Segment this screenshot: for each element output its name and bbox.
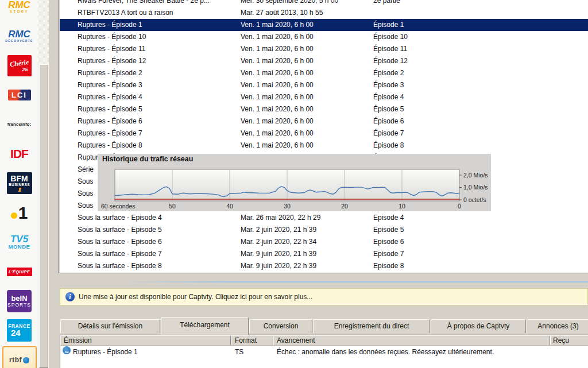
- list-item-c2: Ven. 1 mai 2020, 6 h 00: [241, 79, 314, 91]
- sidebar-channel-france-24[interactable]: FRANCE24: [0, 316, 38, 345]
- list-item-c1: Ruptures - Épisode 7: [78, 127, 142, 140]
- rmc-decouverte-logo-icon: RMCDÉCOUVERTE: [5, 30, 33, 42]
- list-item[interactable]: Ruptures - Épisode 2Ven. 1 mai 2020, 6 h…: [60, 67, 588, 79]
- sidebar-channel-bein-sports[interactable]: beINSPORTS: [0, 286, 38, 316]
- list-item[interactable]: Ruptures - Épisode 7Ven. 1 mai 2020, 6 h…: [60, 127, 588, 140]
- list-item[interactable]: RTBFTV2013 A tort ou à raisonMar. 27 aoû…: [60, 7, 588, 19]
- svg-text:1,0 Mio/s: 1,0 Mio/s: [463, 184, 488, 191]
- rtbf-logo-icon: rtbf: [2, 346, 37, 368]
- list-item-c1: Sous la surface - Episode 4: [78, 212, 162, 224]
- download-row[interactable]: .be Ruptures - Épisode 1 TS Échec : anom…: [60, 346, 588, 358]
- list-item-c1: Ruptures - Épisode 8: [78, 140, 142, 152]
- list-item-c3: 2e partie: [373, 0, 400, 7]
- list-item[interactable]: Ruptures - Épisode 5Ven. 1 mai 2020, 6 h…: [60, 103, 588, 115]
- list-item[interactable]: Sous la surface - Episode 6Mar. 2 juin 2…: [60, 236, 588, 248]
- list-item[interactable]: Ruptures - Épisode 8Ven. 1 mai 2020, 6 h…: [60, 140, 588, 152]
- la-une-logo-icon: 1: [11, 203, 28, 223]
- tab-annonces[interactable]: Annonces (3): [527, 319, 588, 333]
- update-banner[interactable]: i Une mise à jour est disponible pour Ca…: [60, 288, 588, 305]
- list-item-c3: Episode 4: [373, 212, 404, 224]
- lequipe-logo-icon: L'ÉQUIPE: [7, 268, 32, 276]
- sidebar-channel-tv5-monde[interactable]: TV5MONDE: [0, 227, 38, 257]
- sidebar-channel-rmc-decouverte[interactable]: RMCDÉCOUVERTE: [0, 21, 38, 51]
- list-item[interactable]: Ruptures - Épisode 4Ven. 1 mai 2020, 6 h…: [60, 91, 588, 103]
- list-item-c1: Ruptures - Épisode 4: [78, 91, 142, 103]
- list-item-c1: Rivals Forever, The Sneaker Battle - 2e …: [78, 0, 210, 7]
- list-item[interactable]: Sous la surface - Episode 4Mar. 26 mai 2…: [60, 212, 588, 224]
- column-header-emission[interactable]: Émission: [64, 335, 92, 346]
- list-item-c2: Ven. 1 mai 2020, 6 h 00: [241, 127, 314, 140]
- svg-text:20: 20: [341, 203, 348, 210]
- list-item-c1: Série: [78, 164, 94, 176]
- list-item[interactable]: Sous la surface - Episode 5Mar. 2 juin 2…: [60, 224, 588, 236]
- list-item-c1: Sous la surface - Episode 5: [78, 224, 162, 236]
- list-item-c1: RTBFTV2013 A tort ou à raison: [78, 7, 173, 19]
- list-item-c1: Sous: [78, 200, 93, 212]
- sidebar-scrollbar-thumb[interactable]: [39, 64, 48, 368]
- idf1-logo-icon: IDF: [10, 147, 28, 161]
- svg-text:40: 40: [226, 203, 233, 210]
- channel-sidebar: RMCSTORY RMCDÉCOUVERTE Chérie25 LCI fran…: [0, 0, 38, 368]
- download-table-header: Émission Format Avancement Reçu: [60, 335, 588, 346]
- list-item-c3: Épisode 3: [373, 79, 404, 91]
- horizontal-splitter-highlight[interactable]: [123, 281, 588, 282]
- list-item-c3: Épisode 1: [373, 19, 404, 31]
- tab-enregistrement-direct[interactable]: Enregistrement du direct: [313, 319, 430, 333]
- column-header-avancement[interactable]: Avancement: [277, 335, 315, 346]
- list-item[interactable]: Sous la surface - Episode 7Mar. 9 juin 2…: [60, 248, 588, 260]
- list-item-c2: Mer. 30 septembre 2020, 5 h 00: [241, 0, 338, 7]
- list-item-c1: Ruptures - Épisode 2: [78, 67, 142, 79]
- svg-text:30: 30: [284, 203, 291, 210]
- sidebar-channel-lci[interactable]: LCI: [0, 80, 38, 110]
- list-item[interactable]: Rivals Forever, The Sneaker Battle - 2e …: [60, 0, 588, 7]
- sidebar-channel-rtbf-selected[interactable]: rtbf: [0, 346, 38, 368]
- list-item[interactable]: Ruptures - Épisode 6Ven. 1 mai 2020, 6 h…: [60, 115, 588, 127]
- list-item-c3: Episode 8: [373, 260, 404, 272]
- sidebar-scrollbar-track[interactable]: [38, 0, 49, 368]
- list-left-border: [59, 0, 59, 273]
- column-separator[interactable]: [273, 336, 274, 345]
- list-item[interactable]: Ruptures - Épisode 3Ven. 1 mai 2020, 6 h…: [60, 79, 588, 91]
- list-item-c1: Ruptures - Épisode 10: [78, 31, 146, 43]
- cherie-25-logo-icon: Chérie25: [7, 55, 32, 76]
- captvty-window: RMCSTORY RMCDÉCOUVERTE Chérie25 LCI fran…: [0, 0, 588, 368]
- sidebar-channel-lequipe[interactable]: L'ÉQUIPE: [0, 257, 38, 286]
- sidebar-channel-la-une[interactable]: 1: [0, 198, 38, 227]
- tab-details-emission[interactable]: Détails sur l'émission: [60, 319, 160, 333]
- sidebar-channel-bfm-business[interactable]: BFMBUSINESS: [0, 169, 38, 198]
- list-item-c1: Sous la surface - Episode 6: [78, 236, 162, 248]
- column-header-recu[interactable]: Reçu: [553, 335, 569, 346]
- sidebar-channel-idf1[interactable]: IDF: [0, 139, 38, 168]
- list-item-c1: Sous: [78, 188, 93, 200]
- france-24-logo-icon: FRANCE24: [7, 319, 32, 342]
- bein-sports-logo-icon: beINSPORTS: [7, 290, 32, 312]
- svg-text:50: 50: [169, 203, 176, 210]
- svg-text:60 secondes: 60 secondes: [101, 203, 136, 210]
- list-item-c3: Épisode 12: [373, 55, 408, 67]
- download-row-avancement: Échec : anomalie dans les données reçues…: [277, 346, 494, 358]
- list-item-c1: Ruptures - Épisode 1: [78, 19, 142, 31]
- list-item-c2: Ven. 1 mai 2020, 6 h 00: [241, 103, 314, 115]
- list-item-c3: Épisode 4: [373, 91, 404, 103]
- tab-a-propos[interactable]: À propos de Captvty: [431, 319, 526, 333]
- column-header-format[interactable]: Format: [235, 335, 257, 346]
- episode-list: Rivals Forever, The Sneaker Battle - 2e …: [60, 0, 588, 273]
- list-item[interactable]: Ruptures - Épisode 1Ven. 1 mai 2020, 6 h…: [60, 19, 588, 31]
- column-separator[interactable]: [230, 336, 231, 345]
- sidebar-channel-rmc-story[interactable]: RMCSTORY: [0, 0, 38, 21]
- tab-conversion[interactable]: Conversion: [249, 319, 312, 333]
- list-item-c2: Mar. 9 juin 2020, 22 h 39: [241, 260, 316, 272]
- sidebar-channel-franceinfo[interactable]: franceinfo:: [0, 110, 38, 139]
- list-item[interactable]: Ruptures - Épisode 11Ven. 1 mai 2020, 6 …: [60, 43, 588, 55]
- sidebar-channel-cherie-25[interactable]: Chérie25: [0, 51, 38, 80]
- list-item-c2: Ven. 1 mai 2020, 6 h 00: [241, 91, 314, 103]
- list-item-c3: Episode 7: [373, 248, 404, 260]
- list-item-c2: Ven. 1 mai 2020, 6 h 00: [241, 67, 314, 79]
- list-item[interactable]: Ruptures - Épisode 10Ven. 1 mai 2020, 6 …: [60, 31, 588, 43]
- list-item-c1: Ruptures - Épisode 5: [78, 103, 142, 115]
- tab-telechargement[interactable]: Téléchargement: [161, 317, 249, 335]
- list-item[interactable]: Ruptures - Épisode 12Ven. 1 mai 2020, 6 …: [60, 55, 588, 67]
- column-separator[interactable]: [550, 336, 551, 345]
- list-item-c3: Épisode 10: [373, 31, 408, 43]
- list-item[interactable]: Sous la surface - Episode 8Mar. 9 juin 2…: [60, 260, 588, 272]
